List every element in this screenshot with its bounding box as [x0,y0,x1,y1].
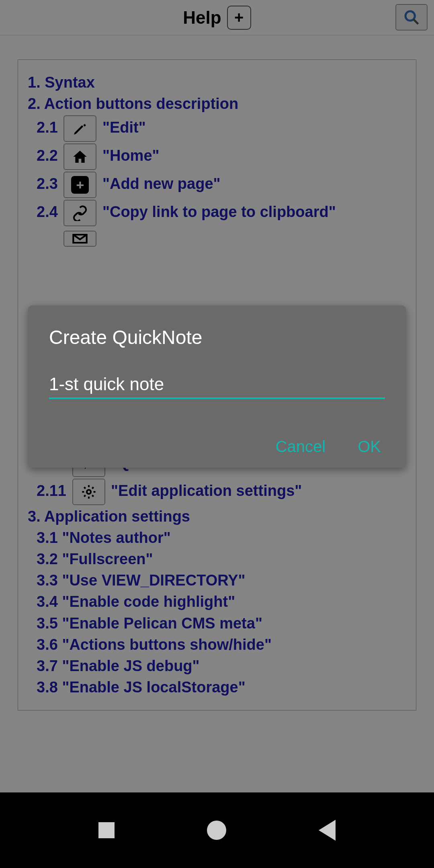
home-button[interactable] [207,821,226,840]
back-button[interactable] [319,820,336,841]
ok-button[interactable]: OK [358,438,381,456]
quicknote-title-input[interactable] [49,371,385,399]
create-quicknote-dialog: Create QuickNote Cancel OK [28,305,406,468]
system-nav-bar [0,792,434,868]
recent-apps-button[interactable] [98,822,115,838]
cancel-button[interactable]: Cancel [276,438,326,456]
dialog-title: Create QuickNote [49,326,385,348]
dialog-actions: Cancel OK [49,438,385,456]
